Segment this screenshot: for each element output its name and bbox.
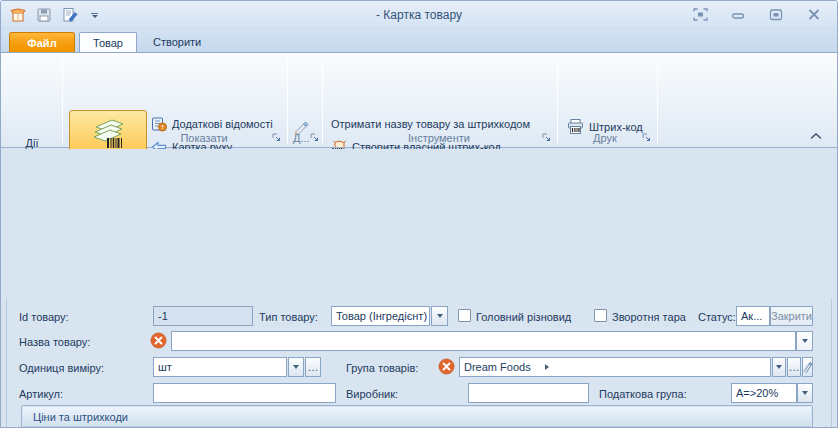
group-separator: [62, 57, 63, 143]
article-label: Артикул:: [19, 388, 63, 400]
panel-edge: [831, 299, 832, 428]
group-separator: [322, 57, 323, 143]
return-tare-label: Зворотня тара: [612, 311, 686, 323]
id-field: -1: [153, 306, 253, 326]
group-separator: [657, 57, 658, 143]
group-browse-button[interactable]: …: [787, 357, 801, 377]
ribbon-item-label: Отримати назву товару за штрихкодом: [331, 118, 530, 130]
group-separator: [287, 57, 288, 143]
group-label-print: Друк: [567, 132, 643, 144]
status-label: Статус:: [698, 311, 736, 323]
type-dropdown-button[interactable]: [431, 306, 448, 326]
prices-barcodes-groupbox: Ціни та штрихкоди: [21, 405, 813, 428]
main-variant-checkbox[interactable]: [458, 309, 471, 322]
producer-input[interactable]: [468, 383, 589, 403]
return-tare-checkbox[interactable]: [594, 309, 607, 322]
collapse-ribbon-icon[interactable]: [809, 131, 823, 141]
status-value: Ак...: [736, 306, 770, 326]
chevron-down-icon: [437, 314, 443, 318]
close-icon[interactable]: [803, 5, 825, 23]
actions-label: Дії: [26, 137, 39, 149]
unit-combobox[interactable]: шт: [153, 357, 287, 377]
tab-create[interactable]: Створити: [153, 36, 201, 48]
group-separator: [557, 57, 558, 143]
breadcrumb-arrow-icon: [545, 364, 549, 370]
producer-label: Виробник:: [346, 388, 398, 400]
chevron-down-icon: [776, 365, 782, 369]
prices-barcodes-header: Ціни та штрихкоди: [23, 407, 811, 427]
tab-product[interactable]: Товар: [79, 32, 137, 53]
dialog-launcher-icon[interactable]: [541, 132, 552, 143]
minimize-icon[interactable]: [727, 5, 749, 23]
group-edit-button[interactable]: [802, 357, 813, 377]
group-label-tools: Інструменти: [331, 132, 547, 144]
name-label: Назва товару:: [19, 336, 90, 348]
tax-dropdown-button[interactable]: [797, 383, 813, 403]
name-input[interactable]: [171, 331, 796, 351]
ribbon-item-label: Штрих-код: [589, 121, 643, 133]
panel-edge: [6, 299, 7, 428]
group-label-d: Д...: [293, 132, 310, 144]
validation-error-icon: [150, 332, 167, 349]
chevron-down-icon: [802, 339, 808, 343]
validation-error-icon: [438, 358, 455, 375]
window-controls: [689, 5, 825, 23]
dialog-launcher-icon[interactable]: [641, 132, 652, 143]
pencil-icon: [803, 361, 812, 373]
fullscreen-icon[interactable]: [689, 5, 711, 23]
name-dropdown-button[interactable]: [796, 331, 813, 351]
group-combobox[interactable]: Dream Foods: [459, 357, 771, 377]
main-variant-label: Головний різновид: [476, 311, 571, 323]
form-area: Id товару: -1 Тип товару: Товар (Інгреді…: [1, 149, 837, 428]
unit-browse-button[interactable]: …: [305, 357, 321, 377]
dialog-launcher-icon[interactable]: [271, 132, 282, 143]
ribbon-item-label: Додаткові відомості: [172, 118, 273, 130]
group-value: Dream Foods: [464, 361, 531, 373]
tax-label: Податкова група:: [599, 388, 687, 400]
id-label: Id товару:: [19, 311, 69, 323]
chevron-down-icon: [802, 391, 808, 395]
unit-dropdown-button[interactable]: [288, 357, 304, 377]
ribbon-tabs: Файл Товар Створити: [1, 29, 837, 53]
title-bar: - Картка товару: [1, 1, 837, 29]
article-input[interactable]: [153, 383, 336, 403]
money-stack-barcode-icon: [89, 116, 127, 150]
additional-info-button[interactable]: Додаткові відомості: [151, 113, 273, 134]
type-combobox[interactable]: Товар (Інгредієнт): [331, 306, 430, 326]
tax-combobox[interactable]: A=>20%: [731, 383, 797, 403]
get-name-by-barcode-button[interactable]: Отримати назву товару за штрихкодом: [331, 113, 530, 134]
restore-icon[interactable]: [765, 5, 787, 23]
dialog-launcher-icon[interactable]: [309, 132, 320, 143]
tab-file[interactable]: Файл: [9, 32, 75, 53]
group-label: Група товарів:: [346, 362, 418, 374]
chevron-down-icon: [293, 365, 299, 369]
status-close-button[interactable]: Закрити: [770, 306, 813, 326]
info-book-icon: [151, 116, 167, 132]
product-card-window: - Картка товару Файл Товар Створити: [0, 0, 838, 428]
type-label: Тип товару:: [259, 311, 318, 323]
unit-label: Одиниця виміру:: [19, 362, 104, 374]
group-dropdown-button[interactable]: [772, 357, 786, 377]
ribbon: Дії Ціни та штрихкоди: [1, 52, 837, 148]
group-label-show: Показати: [149, 132, 259, 144]
